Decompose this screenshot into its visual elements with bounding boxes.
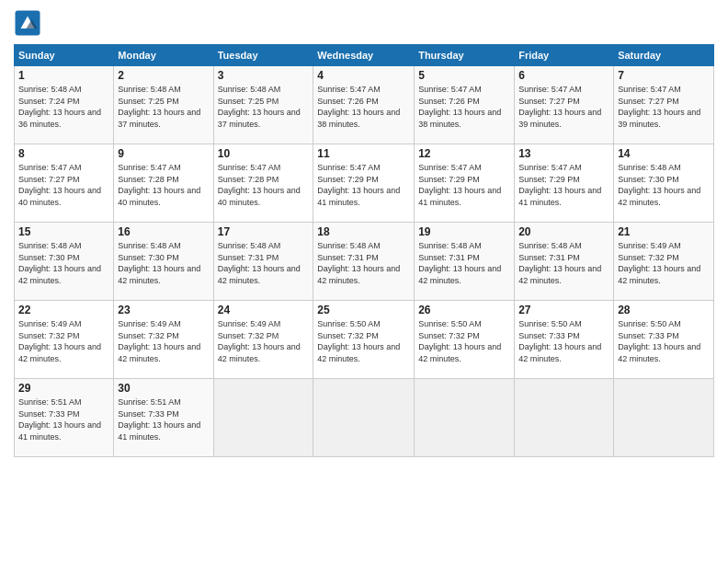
day-number: 24: [218, 304, 310, 316]
day-number: 8: [18, 147, 109, 160]
day-info: Sunrise: 5:50 AMSunset: 7:32 PMDaylight:…: [317, 318, 410, 364]
calendar-cell: [213, 379, 313, 457]
calendar-cell: 12Sunrise: 5:47 AMSunset: 7:29 PMDayligh…: [415, 144, 515, 223]
calendar-cell: 22Sunrise: 5:49 AMSunset: 7:32 PMDayligh…: [15, 301, 114, 379]
weekday-header-sunday: Sunday: [15, 45, 114, 66]
calendar-week-2: 8Sunrise: 5:47 AMSunset: 7:27 PMDaylight…: [15, 144, 714, 223]
calendar-cell: 2Sunrise: 5:48 AMSunset: 7:25 PMDaylight…: [114, 66, 213, 144]
day-number: 11: [317, 147, 410, 160]
day-number: 19: [418, 225, 510, 238]
day-number: 12: [418, 147, 510, 160]
day-info: Sunrise: 5:49 AMSunset: 7:32 PMDaylight:…: [218, 318, 310, 364]
day-info: Sunrise: 5:48 AMSunset: 7:30 PMDaylight:…: [618, 162, 710, 208]
day-info: Sunrise: 5:47 AMSunset: 7:27 PMDaylight:…: [518, 84, 609, 130]
calendar-cell: 29Sunrise: 5:51 AMSunset: 7:33 PMDayligh…: [15, 379, 114, 457]
day-number: 2: [118, 69, 209, 82]
day-number: 30: [118, 382, 209, 395]
weekday-header-thursday: Thursday: [415, 45, 515, 66]
weekday-header-wednesday: Wednesday: [313, 45, 415, 66]
day-number: 7: [618, 69, 710, 82]
calendar-week-4: 22Sunrise: 5:49 AMSunset: 7:32 PMDayligh…: [15, 301, 714, 379]
day-info: Sunrise: 5:47 AMSunset: 7:26 PMDaylight:…: [418, 84, 510, 130]
day-info: Sunrise: 5:48 AMSunset: 7:24 PMDaylight:…: [18, 84, 109, 130]
calendar-cell: 15Sunrise: 5:48 AMSunset: 7:30 PMDayligh…: [15, 223, 114, 301]
logo-icon: [14, 9, 41, 37]
calendar-cell: 30Sunrise: 5:51 AMSunset: 7:33 PMDayligh…: [114, 379, 213, 457]
day-info: Sunrise: 5:48 AMSunset: 7:31 PMDaylight:…: [317, 240, 410, 286]
weekday-header-monday: Monday: [114, 45, 213, 66]
page: SundayMondayTuesdayWednesdayThursdayFrid…: [0, 0, 728, 563]
calendar-cell: 14Sunrise: 5:48 AMSunset: 7:30 PMDayligh…: [614, 144, 714, 223]
day-number: 14: [618, 147, 710, 160]
calendar-week-3: 15Sunrise: 5:48 AMSunset: 7:30 PMDayligh…: [15, 223, 714, 301]
calendar-cell: [313, 379, 415, 457]
day-number: 6: [518, 69, 609, 82]
day-number: 21: [618, 225, 710, 238]
calendar-week-5: 29Sunrise: 5:51 AMSunset: 7:33 PMDayligh…: [15, 379, 714, 457]
calendar-header-row: SundayMondayTuesdayWednesdayThursdayFrid…: [15, 45, 714, 66]
day-info: Sunrise: 5:51 AMSunset: 7:33 PMDaylight:…: [118, 396, 209, 442]
calendar: SundayMondayTuesdayWednesdayThursdayFrid…: [14, 44, 714, 457]
day-number: 3: [218, 69, 310, 82]
day-info: Sunrise: 5:47 AMSunset: 7:27 PMDaylight:…: [618, 84, 710, 130]
day-info: Sunrise: 5:47 AMSunset: 7:28 PMDaylight:…: [218, 162, 310, 208]
calendar-cell: 8Sunrise: 5:47 AMSunset: 7:27 PMDaylight…: [15, 144, 114, 223]
calendar-cell: 18Sunrise: 5:48 AMSunset: 7:31 PMDayligh…: [313, 223, 415, 301]
calendar-cell: [415, 379, 515, 457]
calendar-cell: 11Sunrise: 5:47 AMSunset: 7:29 PMDayligh…: [313, 144, 415, 223]
day-info: Sunrise: 5:48 AMSunset: 7:30 PMDaylight:…: [18, 240, 109, 286]
day-info: Sunrise: 5:48 AMSunset: 7:25 PMDaylight:…: [118, 84, 209, 130]
day-info: Sunrise: 5:47 AMSunset: 7:29 PMDaylight:…: [418, 162, 510, 208]
day-info: Sunrise: 5:47 AMSunset: 7:28 PMDaylight:…: [118, 162, 209, 208]
calendar-cell: 4Sunrise: 5:47 AMSunset: 7:26 PMDaylight…: [313, 66, 415, 144]
calendar-cell: 3Sunrise: 5:48 AMSunset: 7:25 PMDaylight…: [213, 66, 313, 144]
day-number: 25: [317, 304, 410, 316]
day-number: 16: [118, 225, 209, 238]
day-number: 20: [518, 225, 609, 238]
calendar-cell: 6Sunrise: 5:47 AMSunset: 7:27 PMDaylight…: [515, 66, 614, 144]
calendar-cell: 5Sunrise: 5:47 AMSunset: 7:26 PMDaylight…: [415, 66, 515, 144]
calendar-cell: 28Sunrise: 5:50 AMSunset: 7:33 PMDayligh…: [614, 301, 714, 379]
calendar-cell: 17Sunrise: 5:48 AMSunset: 7:31 PMDayligh…: [213, 223, 313, 301]
day-number: 5: [418, 69, 510, 82]
calendar-cell: 25Sunrise: 5:50 AMSunset: 7:32 PMDayligh…: [313, 301, 415, 379]
day-number: 28: [618, 304, 710, 316]
day-number: 18: [317, 225, 410, 238]
day-info: Sunrise: 5:48 AMSunset: 7:25 PMDaylight:…: [218, 84, 310, 130]
calendar-cell: 27Sunrise: 5:50 AMSunset: 7:33 PMDayligh…: [515, 301, 614, 379]
calendar-cell: 24Sunrise: 5:49 AMSunset: 7:32 PMDayligh…: [213, 301, 313, 379]
calendar-cell: 21Sunrise: 5:49 AMSunset: 7:32 PMDayligh…: [614, 223, 714, 301]
day-number: 26: [418, 304, 510, 316]
day-info: Sunrise: 5:50 AMSunset: 7:32 PMDaylight:…: [418, 318, 510, 364]
day-info: Sunrise: 5:49 AMSunset: 7:32 PMDaylight:…: [618, 240, 710, 286]
calendar-cell: 26Sunrise: 5:50 AMSunset: 7:32 PMDayligh…: [415, 301, 515, 379]
logo: [14, 9, 45, 37]
day-info: Sunrise: 5:49 AMSunset: 7:32 PMDaylight:…: [118, 318, 209, 364]
day-number: 1: [18, 69, 109, 82]
calendar-cell: 20Sunrise: 5:48 AMSunset: 7:31 PMDayligh…: [515, 223, 614, 301]
day-number: 23: [118, 304, 209, 316]
day-number: 22: [18, 304, 109, 316]
day-info: Sunrise: 5:50 AMSunset: 7:33 PMDaylight:…: [518, 318, 609, 364]
calendar-cell: 23Sunrise: 5:49 AMSunset: 7:32 PMDayligh…: [114, 301, 213, 379]
calendar-cell: 1Sunrise: 5:48 AMSunset: 7:24 PMDaylight…: [15, 66, 114, 144]
day-number: 29: [18, 382, 109, 395]
calendar-cell: 7Sunrise: 5:47 AMSunset: 7:27 PMDaylight…: [614, 66, 714, 144]
day-number: 9: [118, 147, 209, 160]
calendar-cell: 9Sunrise: 5:47 AMSunset: 7:28 PMDaylight…: [114, 144, 213, 223]
day-number: 27: [518, 304, 609, 316]
day-info: Sunrise: 5:48 AMSunset: 7:31 PMDaylight:…: [418, 240, 510, 286]
header: [14, 9, 714, 37]
day-info: Sunrise: 5:48 AMSunset: 7:31 PMDaylight:…: [218, 240, 310, 286]
weekday-header-friday: Friday: [515, 45, 614, 66]
calendar-cell: 16Sunrise: 5:48 AMSunset: 7:30 PMDayligh…: [114, 223, 213, 301]
weekday-header-saturday: Saturday: [614, 45, 714, 66]
calendar-cell: [614, 379, 714, 457]
calendar-cell: 10Sunrise: 5:47 AMSunset: 7:28 PMDayligh…: [213, 144, 313, 223]
day-number: 4: [317, 69, 410, 82]
day-number: 13: [518, 147, 609, 160]
calendar-cell: 13Sunrise: 5:47 AMSunset: 7:29 PMDayligh…: [515, 144, 614, 223]
day-number: 15: [18, 225, 109, 238]
day-info: Sunrise: 5:48 AMSunset: 7:30 PMDaylight:…: [118, 240, 209, 286]
day-info: Sunrise: 5:48 AMSunset: 7:31 PMDaylight:…: [518, 240, 609, 286]
